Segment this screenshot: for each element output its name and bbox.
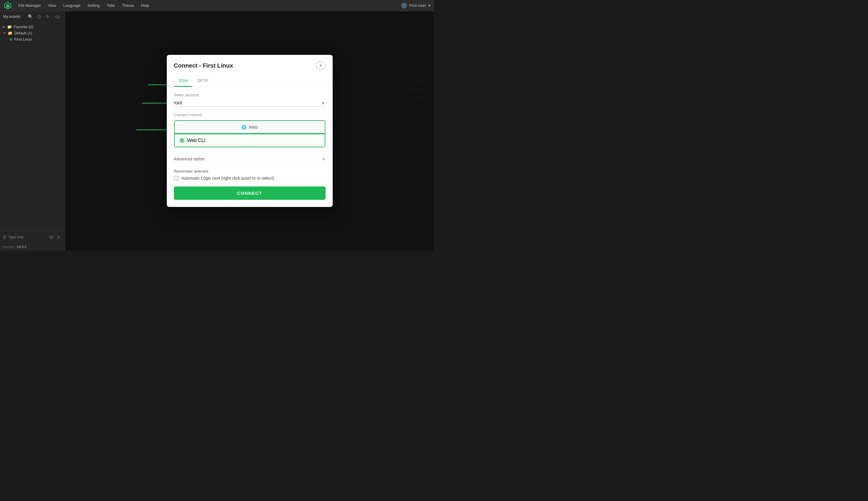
navigate-icon[interactable]: ◁▷ xyxy=(53,14,62,20)
user-avatar: 👤 xyxy=(401,3,407,9)
sidebar-title: My assets xyxy=(3,14,20,19)
advanced-option-label: Advanced option xyxy=(174,157,205,161)
dialog-tabs: SSH SFTP xyxy=(167,75,333,87)
sidebar-toolbar: My assets 🔍 ⊡ ↻ ◁▷ xyxy=(0,11,65,22)
search-icon[interactable]: 🔍 xyxy=(27,14,34,20)
type-tree-icon: ☰ xyxy=(3,235,6,239)
type-tree-item[interactable]: ☰ Type tree ⊡ ↻ xyxy=(3,233,62,241)
globe-icon: 🌐 xyxy=(241,125,246,129)
modal-overlay: Connect - First Linux × SSH SFTP Select … xyxy=(65,11,434,250)
auto-login-checkbox[interactable] xyxy=(174,176,179,181)
main-area: hod ode g Method + Right Connect - First… xyxy=(65,11,434,250)
version-number: v4.0.0 xyxy=(17,245,26,249)
connect-method-label: Connect method xyxy=(174,113,326,117)
menu-tabs[interactable]: Tabs xyxy=(104,2,118,9)
folder-icon: 📁 xyxy=(7,25,12,29)
app-logo xyxy=(3,1,12,10)
radio-selected-icon xyxy=(179,138,184,143)
auto-login-checkbox-row[interactable]: Automatic Login next (right click asset … xyxy=(174,176,326,181)
method-web-cli-label: Web CLI xyxy=(187,138,206,143)
auto-login-label: Automatic Login next (right click asset … xyxy=(182,176,274,181)
user-name: First User xyxy=(409,3,426,8)
menu-setting[interactable]: Setting xyxy=(85,2,102,9)
connect-method-options: 🌐 Web Web CLI xyxy=(174,120,326,148)
remember-section: Remember selected Automatic Login next (… xyxy=(174,169,326,181)
new-window-icon[interactable]: ⊡ xyxy=(36,14,42,20)
dialog-close-button[interactable]: × xyxy=(316,61,326,70)
version-bar: Version v4.0.0 xyxy=(0,243,65,250)
method-option-web-cli[interactable]: Web CLI xyxy=(174,134,325,147)
account-label: Select account xyxy=(174,93,326,97)
sidebar-item-label-favorite: Favorite (0) xyxy=(14,25,33,29)
user-section: 👤 First User ▾ xyxy=(401,3,430,9)
server-icon: 🖥 xyxy=(9,38,12,42)
advanced-chevron-icon: ∨ xyxy=(322,156,326,162)
dialog-header: Connect - First Linux × xyxy=(167,55,333,70)
menu-help[interactable]: Help xyxy=(138,2,152,9)
user-dropdown-chevron[interactable]: ▾ xyxy=(428,3,430,8)
type-tree-refresh-icon[interactable]: ↻ xyxy=(56,234,62,240)
sidebar-item-default[interactable]: ▼ 📁 Default (1) xyxy=(0,30,65,36)
sidebar-item-label-default: Default (1) xyxy=(14,31,32,35)
menu-language[interactable]: Language xyxy=(61,2,84,9)
menu-bar: File Manager View Language Setting Tabs … xyxy=(0,0,434,11)
menu-theme[interactable]: Theme xyxy=(119,2,137,9)
menu-file-manager[interactable]: File Manager xyxy=(15,2,44,9)
tab-sftp[interactable]: SFTP xyxy=(192,75,213,87)
remember-label: Remember selected xyxy=(174,169,326,173)
folder-icon: 📁 xyxy=(8,31,12,35)
menu-view[interactable]: View xyxy=(45,2,59,9)
account-select-wrapper: root xyxy=(174,99,326,107)
version-label: Version xyxy=(3,245,15,249)
connect-button[interactable]: CONNECT xyxy=(174,186,326,200)
type-tree-copy-icon[interactable]: ⊡ xyxy=(48,234,54,240)
method-web-label: Web xyxy=(249,125,258,129)
connect-dialog: Connect - First Linux × SSH SFTP Select … xyxy=(167,55,333,207)
asset-tree: ▶ 📁 Favorite (0) ▼ 📁 Default (1) 🖥 First… xyxy=(0,22,65,231)
tab-ssh[interactable]: SSH xyxy=(174,75,193,87)
sidebar-item-label-first-linux: First Linux xyxy=(14,37,32,42)
sidebar-item-first-linux[interactable]: 🖥 First Linux xyxy=(0,36,65,42)
account-select[interactable]: root xyxy=(174,99,326,107)
method-option-web[interactable]: 🌐 Web xyxy=(174,120,325,134)
type-tree-label: Type tree xyxy=(9,235,23,239)
dialog-title: Connect - First Linux xyxy=(174,62,233,69)
chevron-right-icon: ▶ xyxy=(3,25,6,29)
sidebar-bottom: ☰ Type tree ⊡ ↻ xyxy=(0,231,65,243)
chevron-down-icon: ▼ xyxy=(3,31,6,35)
dialog-body: Select account root Connect method 🌐 Web xyxy=(167,87,333,207)
refresh-icon[interactable]: ↻ xyxy=(45,14,51,20)
sidebar-item-favorite[interactable]: ▶ 📁 Favorite (0) xyxy=(0,24,65,30)
advanced-option-row[interactable]: Advanced option ∨ xyxy=(174,153,326,165)
sidebar: My assets 🔍 ⊡ ↻ ◁▷ ▶ 📁 Favorite (0) ▼ 📁 … xyxy=(0,11,65,250)
